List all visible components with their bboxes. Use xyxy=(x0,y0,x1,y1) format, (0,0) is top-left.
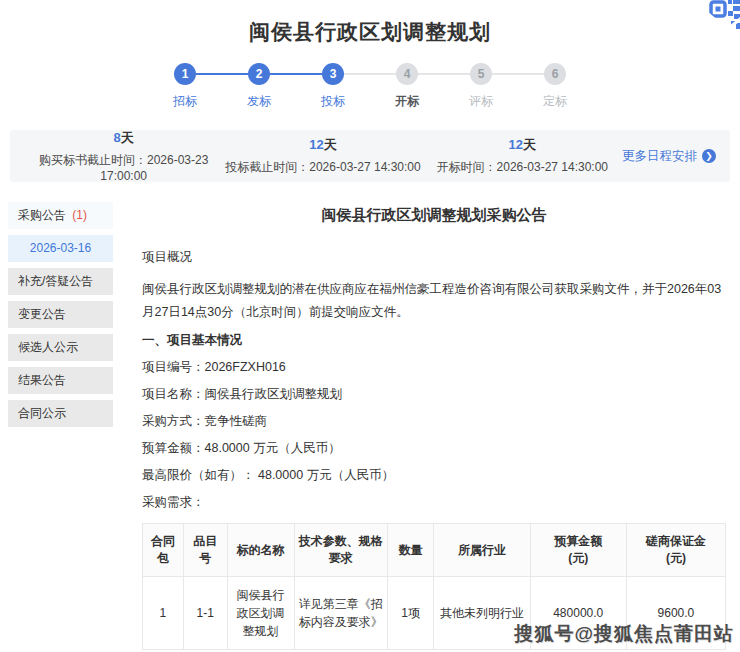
stepper: 1 2 3 4 5 6 招标 发标 投标 开标 评标 定标 xyxy=(174,63,566,110)
sidebar-item-label: 结果公告 xyxy=(18,373,66,387)
deadline-label: 开标时间： xyxy=(437,160,497,174)
days-remaining: 12天 xyxy=(223,136,422,154)
more-schedule-label: 更多日程安排 xyxy=(622,148,697,165)
days-unit: 天 xyxy=(121,130,134,145)
cell-tech-specs: 详见第三章《招标内容及要求》 xyxy=(294,577,387,650)
sidebar-item-procurement-announcement[interactable]: 采购公告 (1) xyxy=(8,202,113,229)
cell-subject-name: 闽侯县行政区划调整规划 xyxy=(227,577,294,650)
sidebar-item-contract-publicity[interactable]: 合同公示 xyxy=(8,400,113,427)
arrow-right-icon xyxy=(702,149,716,163)
schedule-item-purchase-deadline: 8天 购买标书截止时间：2026-03-23 17:00:00 xyxy=(24,129,223,183)
deadline-text: 购买标书截止时间：2026-03-23 17:00:00 xyxy=(24,152,223,183)
step-connector xyxy=(418,73,470,75)
more-schedule-link[interactable]: 更多日程安排 xyxy=(622,148,716,165)
announcement-count-badge: (1) xyxy=(72,208,87,222)
schedule-bar: 8天 购买标书截止时间：2026-03-23 17:00:00 12天 投标截止… xyxy=(10,130,730,182)
days-number: 12 xyxy=(509,137,523,152)
step-node-4[interactable]: 4 xyxy=(396,63,418,85)
step-label-zhaobiao: 招标 xyxy=(148,93,222,110)
step-connector xyxy=(344,73,396,75)
step-node-1[interactable]: 1 xyxy=(174,63,196,85)
field-procurement-method: 采购方式：竞争性磋商 xyxy=(142,415,726,428)
sidebar-date-label: 2026-03-16 xyxy=(30,241,91,255)
col-tech-specs: 技术参数、规格要求 xyxy=(294,524,387,577)
sidebar-item-label: 变更公告 xyxy=(18,307,66,321)
step-connector xyxy=(492,73,544,75)
col-subject-name: 标的名称 xyxy=(227,524,294,577)
sidebar: 采购公告 (1) 2026-03-16 补充/答疑公告 变更公告 候选人公示 结… xyxy=(8,202,113,652)
sidebar-item-change-announcement[interactable]: 变更公告 xyxy=(8,301,113,328)
days-unit: 天 xyxy=(324,137,337,152)
sidebar-item-label: 合同公示 xyxy=(18,406,66,420)
sidebar-item-candidate-publicity[interactable]: 候选人公示 xyxy=(8,334,113,361)
step-node-2[interactable]: 2 xyxy=(248,63,270,85)
days-unit: 天 xyxy=(523,137,536,152)
announcement-title: 闽侯县行政区划调整规划采购公告 xyxy=(142,206,726,225)
days-remaining: 12天 xyxy=(423,136,622,154)
main-content: 闽侯县行政区划调整规划采购公告 项目概况 闽侯县行政区划调整规划的潜在供应商应在… xyxy=(142,202,726,652)
step-connector xyxy=(270,73,322,75)
field-procurement-demand: 采购需求： xyxy=(142,496,726,509)
table-header-row: 合同包 品目号 标的名称 技术参数、规格要求 数量 所属行业 预算金额(元) 磋… xyxy=(143,524,726,577)
watermark-sohu: 搜狐号@搜狐焦点莆田站 xyxy=(514,621,734,647)
step-label-fabiao: 发标 xyxy=(222,93,296,110)
step-label-pingbiao: 评标 xyxy=(444,93,518,110)
col-contract-package: 合同包 xyxy=(143,524,184,577)
step-node-6[interactable]: 6 xyxy=(544,63,566,85)
stepper-track: 1 2 3 4 5 6 xyxy=(174,63,566,85)
stepper-labels: 招标 发标 投标 开标 评标 定标 xyxy=(148,93,592,110)
days-remaining: 8天 xyxy=(24,129,223,147)
deadline-label: 购买标书截止时间： xyxy=(39,153,147,167)
step-node-3[interactable]: 3 xyxy=(322,63,344,85)
col-industry: 所属行业 xyxy=(434,524,530,577)
col-item-number: 品目号 xyxy=(183,524,227,577)
sidebar-item-supplement-qa[interactable]: 补充/答疑公告 xyxy=(8,268,113,295)
deadline-time: 2026-03-27 14:30:00 xyxy=(497,160,608,174)
deadline-text: 开标时间：2026-03-27 14:30:00 xyxy=(423,159,622,176)
step-label-kaibiao: 开标 xyxy=(370,93,444,110)
page: 闽侯县行政区划调整规划 1 2 3 4 5 6 招标 发标 投标 开标 评标 定… xyxy=(0,0,740,652)
overview-text: 闽侯县行政区划调整规划的潜在供应商应在福州信豪工程造价咨询有限公司获取采购文件，… xyxy=(142,278,726,324)
cell-contract-package: 1 xyxy=(143,577,184,650)
deadline-time: 2026-03-27 14:30:00 xyxy=(309,160,420,174)
page-title: 闽侯县行政区划调整规划 xyxy=(0,0,740,46)
field-project-number: 项目编号：2026FZXH016 xyxy=(142,361,726,374)
section1-heading: 一、项目基本情况 xyxy=(142,334,726,347)
days-number: 12 xyxy=(309,137,323,152)
sidebar-item-announcement-date[interactable]: 2026-03-16 xyxy=(8,235,113,262)
content-row: 采购公告 (1) 2026-03-16 补充/答疑公告 变更公告 候选人公示 结… xyxy=(0,202,740,652)
cell-item-number: 1-1 xyxy=(183,577,227,650)
sidebar-item-label: 采购公告 xyxy=(18,208,66,222)
field-project-name: 项目名称：闽侯县行政区划调整规划 xyxy=(142,388,726,401)
overview-heading: 项目概况 xyxy=(142,251,726,264)
col-budget-amount: 预算金额(元) xyxy=(530,524,626,577)
sidebar-item-label: 候选人公示 xyxy=(18,340,78,354)
step-connector xyxy=(196,73,248,75)
step-label-dingbiao: 定标 xyxy=(518,93,592,110)
sidebar-item-label: 补充/答疑公告 xyxy=(18,274,93,288)
qr-code-corner xyxy=(694,0,740,32)
sidebar-item-result-announcement[interactable]: 结果公告 xyxy=(8,367,113,394)
schedule-item-bid-deadline: 12天 投标截止时间：2026-03-27 14:30:00 xyxy=(223,136,422,176)
col-deposit: 磋商保证金(元) xyxy=(626,524,725,577)
col-quantity: 数量 xyxy=(387,524,434,577)
deadline-label: 投标截止时间： xyxy=(225,160,309,174)
field-max-price: 最高限价（如有）： 48.0000 万元（人民币） xyxy=(142,469,726,482)
cell-quantity: 1项 xyxy=(387,577,434,650)
step-node-5[interactable]: 5 xyxy=(470,63,492,85)
step-label-toubiao: 投标 xyxy=(296,93,370,110)
field-budget-amount: 预算金额：48.0000 万元（人民币） xyxy=(142,442,726,455)
deadline-text: 投标截止时间：2026-03-27 14:30:00 xyxy=(223,159,422,176)
days-number: 8 xyxy=(114,130,121,145)
schedule-item-opening-time: 12天 开标时间：2026-03-27 14:30:00 xyxy=(423,136,622,176)
